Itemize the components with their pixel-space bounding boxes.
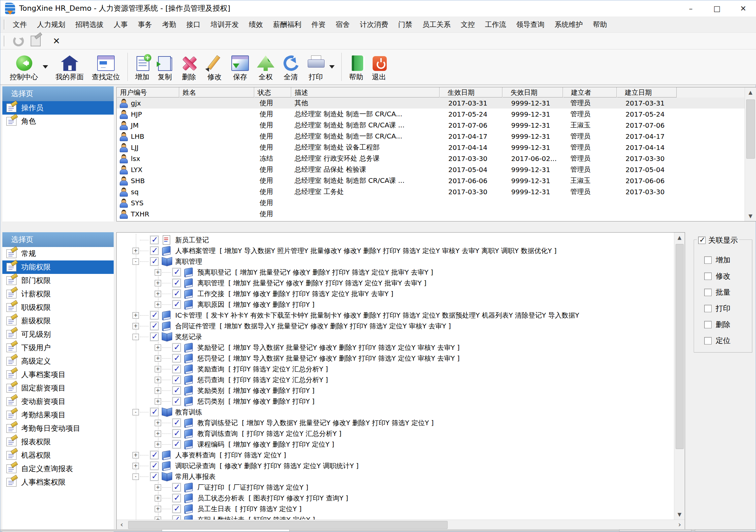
column-header[interactable]: 失效日期 xyxy=(502,87,563,97)
tree-node[interactable]: + 合同证件管理 [ 增加Y 数据导入Y 批量登记Y 修改Y 删除Y 打印Y 筛… xyxy=(117,321,674,331)
column-header[interactable]: 姓名 xyxy=(179,87,254,97)
expander-icon[interactable]: - xyxy=(133,334,139,340)
related-option[interactable]: 删除 xyxy=(704,317,752,333)
related-display-checkbox-checked[interactable] xyxy=(698,237,706,244)
tree-checkbox-checked[interactable] xyxy=(150,451,158,459)
refresh-icon-disabled[interactable] xyxy=(13,36,24,46)
menu-item[interactable]: 考勤 xyxy=(157,16,181,33)
sidebar-item[interactable]: 固定薪资项目 xyxy=(2,381,114,395)
tree-checkbox-checked[interactable] xyxy=(150,311,158,319)
expander-icon[interactable]: + xyxy=(133,452,139,458)
menu-item[interactable]: 领导查询 xyxy=(511,16,550,33)
toolbar-button[interactable]: 我的界面 xyxy=(51,51,88,83)
toolbar-button[interactable]: 全清 xyxy=(278,51,303,83)
tree-checkbox-checked[interactable] xyxy=(173,290,181,298)
column-header[interactable]: 建立日期 xyxy=(617,87,677,97)
sidebar-item[interactable]: 职级权限 xyxy=(2,301,114,314)
tree-checkbox-checked[interactable] xyxy=(173,429,181,438)
sidebar-item[interactable]: 常规 xyxy=(2,247,114,260)
toolbar-button[interactable]: 增加 xyxy=(131,51,153,83)
related-option[interactable]: 批量 xyxy=(704,284,752,300)
tree-checkbox-checked[interactable] xyxy=(173,505,181,513)
menu-item[interactable]: 员工关系 xyxy=(417,16,456,33)
maximize-button[interactable]: □ xyxy=(704,0,730,16)
scrollbar-thumb[interactable] xyxy=(676,244,684,449)
scroll-left-icon[interactable] xyxy=(117,520,127,530)
table-row[interactable]: SYS 使用 xyxy=(117,197,745,208)
tree-node[interactable]: - 离职管理 xyxy=(117,256,674,267)
expander-icon[interactable]: + xyxy=(133,323,139,329)
sidebar-item[interactable]: 功能权限 xyxy=(2,260,114,274)
expander-icon[interactable]: + xyxy=(155,355,161,362)
tree-checkbox-checked[interactable] xyxy=(173,440,181,448)
tree-checkbox-checked[interactable] xyxy=(150,473,158,481)
expander-icon[interactable]: - xyxy=(133,409,139,415)
menu-item[interactable]: 文件 xyxy=(8,16,32,33)
tree-node[interactable]: + 在职人数统计表 [ 打印Y 筛选Y 定位Y ] xyxy=(117,514,674,520)
menu-item[interactable]: 系统维护 xyxy=(550,16,588,33)
menu-item[interactable]: 接口 xyxy=(181,16,205,33)
expander-icon[interactable]: + xyxy=(155,420,161,426)
tree-node[interactable]: + 离职原因 [ 增加Y 修改Y 删除Y 打印Y ] xyxy=(117,299,674,310)
toolbar-button[interactable]: 控制中心 xyxy=(6,51,42,83)
scroll-up-icon[interactable] xyxy=(745,87,756,97)
expander-icon[interactable]: + xyxy=(155,398,161,405)
sidebar-item[interactable]: 计薪权限 xyxy=(2,287,114,301)
tree-node[interactable]: + 教育训练查询 [ 打印Y 筛选Y 定位Y 汇总分析Y ] xyxy=(117,428,674,439)
expander-icon[interactable]: - xyxy=(133,258,139,265)
option-checkbox-unchecked[interactable] xyxy=(704,321,712,328)
tree-checkbox-checked[interactable] xyxy=(150,247,158,255)
expander-icon[interactable]: + xyxy=(155,301,161,308)
table-row[interactable]: HJP 使用 总经理室 制造处 制造一部 CR/CA... 2017-05-24… xyxy=(117,109,745,120)
table-row[interactable]: LJJ 使用 总经理室 制造处 设备工程部 2017-04-14 9999-12… xyxy=(117,142,745,153)
menu-item[interactable]: 招聘选拔 xyxy=(70,16,109,33)
sidebar-item[interactable]: 操作员 xyxy=(2,101,114,115)
sidebar-item[interactable]: 高级定义 xyxy=(2,355,114,368)
tree-horizontal-scrollbar[interactable] xyxy=(117,520,685,530)
sidebar-item[interactable]: 机器权限 xyxy=(2,449,114,462)
toolbar-button[interactable]: 保存 xyxy=(227,51,253,83)
dropdown-caret-icon[interactable] xyxy=(43,65,48,69)
tree-node[interactable]: + 员工状态分析表 [ 图表打印Y 修改Y 打印Y 查询Y ] xyxy=(117,493,674,503)
toolbar-button[interactable]: 打印 xyxy=(303,51,329,83)
option-checkbox-unchecked[interactable] xyxy=(704,256,712,264)
sidebar-item[interactable]: 自定义查询报表 xyxy=(2,462,114,476)
tree-checkbox-checked[interactable] xyxy=(173,268,181,276)
menu-item[interactable]: 人力规划 xyxy=(32,16,70,33)
tree-node[interactable]: + 人事档案管理 [ 增加Y 导入数据Y 照片管理Y 批量修改Y 修改Y 删除Y… xyxy=(117,245,674,256)
expander-icon[interactable]: + xyxy=(133,312,139,319)
minimize-button[interactable]: – xyxy=(678,0,704,16)
tree-node[interactable]: + 惩罚类别 [ 增加Y 修改Y 删除Y 打印Y ] xyxy=(117,396,674,407)
sidebar-item[interactable]: 角色 xyxy=(2,115,114,128)
expander-icon[interactable]: + xyxy=(155,441,161,448)
table-row[interactable]: sq 使用 总经理室 工务处 2017-03-30 9999-12-31 管理员… xyxy=(117,186,745,197)
expander-icon[interactable]: + xyxy=(155,291,161,297)
scroll-down-icon[interactable] xyxy=(745,211,756,221)
menu-item[interactable]: 件资 xyxy=(306,16,331,33)
expander-icon[interactable]: + xyxy=(155,484,161,491)
sidebar-item[interactable]: 考勤每日变动项目 xyxy=(2,422,114,435)
scrollbar-thumb[interactable] xyxy=(128,521,448,529)
table-row[interactable]: LYX 使用 总经理室 品保处 检验课 2017-05-04 9999-12-3… xyxy=(117,164,745,175)
close-tab-icon[interactable]: ✕ xyxy=(53,36,60,46)
toolbar-button[interactable]: 复制 xyxy=(153,51,176,83)
tree-checkbox-checked[interactable] xyxy=(173,483,181,491)
tree-checkbox-checked[interactable] xyxy=(173,343,181,352)
sidebar-item[interactable]: 下级用户 xyxy=(2,341,114,355)
related-option[interactable]: 增加 xyxy=(704,252,752,268)
sidebar-item[interactable]: 人事档案项目 xyxy=(2,368,114,381)
sidebar-item[interactable]: 部门权限 xyxy=(2,274,114,287)
option-checkbox-unchecked[interactable] xyxy=(704,289,712,296)
table-row[interactable]: TXHR 使用 xyxy=(117,208,745,219)
close-button[interactable]: ✕ xyxy=(730,0,756,16)
tree-node[interactable]: 新员工登记 xyxy=(117,235,674,245)
sidebar-item[interactable]: 变动薪资项目 xyxy=(2,395,114,408)
tree-node[interactable]: + 员工生日表 [ 打印Y 筛选Y 定位Y ] xyxy=(117,503,674,514)
menu-item[interactable]: 门禁 xyxy=(393,16,417,33)
column-header[interactable]: 描述 xyxy=(291,87,440,97)
expander-icon[interactable]: + xyxy=(155,280,161,286)
menu-item[interactable]: 薪酬福利 xyxy=(268,16,306,33)
tree-checkbox-checked[interactable] xyxy=(150,408,158,416)
tree-node[interactable]: + 奖励类别 [ 增加Y 修改Y 删除Y 打印Y ] xyxy=(117,385,674,396)
tree-node[interactable]: + 奖励登记 [ 增加Y 导入数据Y 批量登记Y 修改Y 删除Y 打印Y 筛选Y… xyxy=(117,342,674,353)
